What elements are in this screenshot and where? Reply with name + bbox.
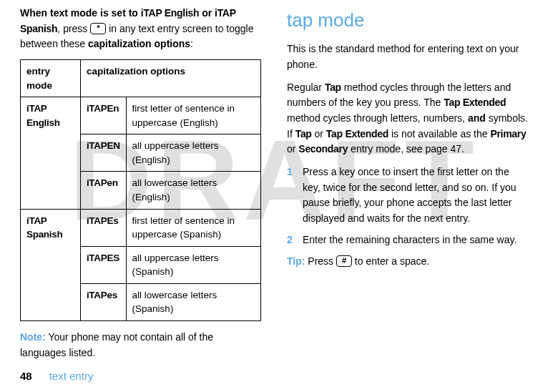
secondary-label: Secondary (298, 143, 348, 155)
th-cap-options: capitalization options (80, 60, 260, 97)
footer-section-title: text entry (49, 370, 94, 382)
txt: Regular (287, 82, 325, 93)
note-text: Your phone may not contain all of the la… (20, 331, 213, 358)
intro-paragraph: When text mode is set to iTAP English or… (20, 6, 261, 52)
cell-desc: all uppercase letters (English) (126, 134, 260, 172)
step-number: 2 (287, 232, 303, 248)
cell-itap-english: iTAP English (21, 97, 81, 209)
step-text: Press a key once to insert the first let… (303, 165, 528, 227)
tip-label: Tip: (287, 255, 305, 267)
txt: or (287, 143, 298, 155)
cell-code: iTAPEN (80, 134, 126, 172)
page-columns: When text mode is set to iTAP English or… (0, 0, 548, 368)
intro-prefix: When text mode is set to (20, 7, 141, 19)
cell-itap-spanish: iTAP Spanish (21, 209, 81, 320)
cell-desc: first letter of sentence in uppercase (S… (126, 209, 260, 246)
cell-desc: all uppercase letters (Spanish) (126, 246, 260, 283)
and-bold: and (468, 112, 486, 124)
intro-mid1: , press (57, 23, 90, 34)
step-1: 1 Press a key once to insert the first l… (287, 165, 528, 227)
table-row: iTAP Spanish iTAPEs first letter of sent… (21, 209, 261, 246)
right-column: tap mode This is the standard method for… (287, 6, 528, 368)
intro-mode1: iTAP English (141, 7, 199, 19)
tap-intro: This is the standard method for entering… (287, 41, 528, 72)
tip-b: to enter a space. (352, 255, 429, 267)
capitalization-table: entry mode capitalization options iTAP E… (20, 59, 261, 321)
table-header-row: entry mode capitalization options (21, 60, 261, 97)
step-text: Enter the remaining characters in the sa… (303, 232, 528, 248)
cell-code: iTAPen (80, 172, 126, 209)
txt: entry mode, see page 47. (348, 143, 464, 155)
tap-mode-heading: tap mode (287, 6, 528, 34)
hash-key-icon: # (336, 255, 352, 267)
note-paragraph: Note: Your phone may not contain all of … (20, 330, 261, 361)
primary-label: Primary (490, 128, 526, 139)
txt: or (312, 128, 326, 139)
cell-code: iTAPEs (80, 209, 126, 246)
note-label: Note: (20, 331, 46, 343)
intro-or: or (199, 7, 215, 19)
cell-code: iTAPes (80, 283, 126, 320)
left-column: When text mode is set to iTAP English or… (20, 6, 261, 368)
th-entry-mode: entry mode (21, 60, 81, 97)
page-number: 48 (20, 370, 32, 382)
intro-bold-tail: capitalization options (88, 38, 190, 49)
tap-extended-label: Tap Extended (326, 128, 388, 139)
cell-code: iTAPEn (80, 97, 126, 134)
tip-paragraph: Tip: Press # to enter a space. (287, 254, 528, 270)
cell-desc: all lowercase letters (English) (126, 172, 260, 209)
tip-a: Press (305, 255, 336, 267)
page-footer: 48 text entry (20, 370, 93, 382)
step-2: 2 Enter the remaining characters in the … (287, 232, 528, 248)
cell-desc: first letter of sentence in uppercase (E… (126, 97, 260, 134)
txt: is not available as the (388, 128, 490, 139)
txt: method cycles through letters, numbers, (287, 112, 468, 124)
tap-extended-label: Tap Extended (444, 97, 506, 108)
tap-label: Tap (325, 82, 341, 93)
cell-code: iTAPES (80, 246, 126, 283)
tap-label: Tap (295, 128, 312, 139)
intro-colon: : (190, 38, 193, 49)
tap-detail: Regular Tap method cycles through the le… (287, 80, 528, 157)
asterisk-key-icon: * (90, 23, 106, 34)
step-number: 1 (287, 165, 303, 227)
cell-desc: all lowercase letters (Spanish) (126, 283, 260, 320)
table-row: iTAP English iTAPEn first letter of sent… (21, 97, 261, 134)
